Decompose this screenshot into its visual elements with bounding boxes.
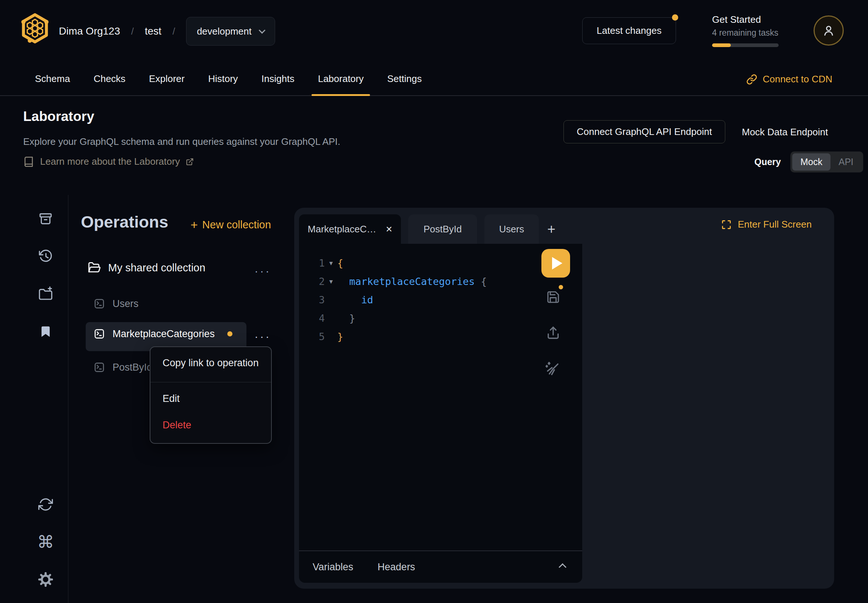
code-line: 2 ▾ marketplaceCategories {	[299, 272, 582, 291]
chevron-down-icon	[258, 27, 265, 34]
get-started-widget[interactable]: Get Started 4 remaining tasks	[712, 14, 778, 47]
operation-context-menu: Copy link to operation Edit Delete	[150, 346, 272, 444]
sidebar-divider	[68, 195, 68, 603]
collection-folder[interactable]: My shared collection	[88, 261, 205, 274]
app-header: Dima Org123 / test / development Latest …	[0, 0, 868, 62]
operation-item-postbyid[interactable]: PostById	[93, 362, 152, 373]
broom-sparkles-icon	[544, 361, 560, 377]
user-avatar[interactable]	[814, 15, 844, 46]
learn-more-label: Learn more about the Laboratory	[40, 156, 180, 167]
query-mode-api[interactable]: API	[831, 153, 861, 171]
link-icon	[746, 74, 757, 85]
new-collection-label: New collection	[202, 219, 271, 231]
tab-checks[interactable]: Checks	[87, 62, 132, 95]
chevron-up-icon[interactable]	[559, 563, 566, 571]
operation-label: Users	[113, 298, 139, 309]
fold-arrow-icon[interactable]: ▾	[325, 277, 337, 285]
fullscreen-button[interactable]: Enter Full Screen	[721, 219, 812, 230]
fullscreen-icon	[721, 220, 732, 230]
new-collection-button[interactable]: + New collection	[190, 218, 271, 232]
operation-menu-button[interactable]: ···	[255, 331, 271, 342]
connect-cdn-link[interactable]: Connect to CDN	[746, 62, 832, 96]
hive-logo-icon[interactable]	[21, 13, 48, 43]
plus-icon: +	[190, 218, 198, 232]
save-icon	[546, 290, 560, 304]
collection-menu-button[interactable]: ···	[255, 266, 271, 277]
line-number: 4	[312, 312, 325, 324]
external-link-icon	[186, 158, 194, 166]
operation-item-users[interactable]: Users	[93, 298, 139, 309]
mock-endpoint-button[interactable]: Mock Data Endpoint	[742, 127, 828, 138]
menu-item-copy-link[interactable]: Copy link to operation	[162, 357, 258, 369]
sidebar-new-collection-button[interactable]	[38, 286, 53, 301]
code-area: 1 ▾ { 2 ▾ marketplaceCategories { 3 id 4	[299, 254, 582, 346]
code-line: 4 }	[299, 309, 582, 327]
refresh-icon	[38, 497, 53, 512]
connect-cdn-label: Connect to CDN	[763, 74, 832, 85]
query-mode-mock[interactable]: Mock	[792, 153, 831, 171]
code-line: 5 }	[299, 327, 582, 346]
code-line: 1 ▾ {	[299, 254, 582, 272]
unsaved-changes-dot	[559, 285, 563, 289]
latest-changes-label: Latest changes	[597, 25, 661, 36]
breadcrumb-separator: /	[131, 26, 134, 37]
tab-history[interactable]: History	[202, 62, 244, 95]
sidebar-schema-button[interactable]	[38, 212, 53, 226]
book-icon	[23, 156, 34, 167]
sidebar-history-button[interactable]	[38, 249, 53, 264]
get-started-subtitle: 4 remaining tasks	[712, 28, 778, 38]
menu-item-delete[interactable]: Delete	[162, 419, 191, 431]
target-selector[interactable]: development	[186, 17, 275, 46]
folder-open-icon	[88, 261, 101, 274]
laboratory-panel: Enter Full Screen MarketplaceC… × PostBy…	[294, 208, 834, 589]
prettify-button[interactable]	[544, 361, 560, 377]
variables-tab[interactable]: Variables	[313, 561, 353, 573]
sidebar-settings-button[interactable]	[38, 572, 53, 587]
editor-tab-users[interactable]: Users	[484, 214, 539, 244]
line-number: 3	[312, 294, 325, 306]
page-title: Laboratory	[23, 109, 94, 124]
save-operation-button[interactable]	[546, 290, 560, 304]
get-started-progress-fill	[712, 43, 731, 47]
menu-item-edit[interactable]: Edit	[162, 393, 180, 404]
sidebar-collections-button[interactable]	[38, 324, 53, 339]
upload-icon	[546, 325, 560, 340]
operation-label: MarketplaceCategories	[113, 328, 215, 340]
tab-explorer[interactable]: Explorer	[143, 62, 191, 95]
close-icon[interactable]: ×	[386, 224, 393, 235]
sidebar-shortcuts-button[interactable]: ⌘	[38, 535, 53, 549]
tab-laboratory[interactable]: Laboratory	[311, 62, 370, 95]
command-icon: ⌘	[37, 535, 54, 549]
main-nav: Schema Checks Explorer History Insights …	[0, 62, 868, 96]
connect-endpoint-label: Connect GraphQL API Endpoint	[577, 126, 712, 138]
query-mode-toggle: Mock API	[791, 152, 863, 172]
breadcrumb-project[interactable]: test	[145, 25, 161, 37]
tab-insights[interactable]: Insights	[255, 62, 301, 95]
history-clock-icon	[38, 249, 53, 264]
editor-tab-postbyid[interactable]: PostById	[408, 214, 477, 244]
editor-tab-marketplacecategories[interactable]: MarketplaceC… ×	[299, 214, 401, 244]
sidebar-refetch-button[interactable]	[38, 497, 53, 512]
fold-arrow-icon[interactable]: ▾	[325, 259, 337, 267]
share-operation-button[interactable]	[546, 325, 560, 340]
line-number: 5	[312, 331, 325, 342]
operation-item-marketplacecategories[interactable]: MarketplaceCategories	[93, 328, 232, 340]
breadcrumb-org[interactable]: Dima Org123	[59, 25, 120, 37]
learn-more-link[interactable]: Learn more about the Laboratory	[23, 156, 194, 167]
operations-title: Operations	[81, 212, 169, 232]
query-editor[interactable]: 1 ▾ { 2 ▾ marketplaceCategories { 3 id 4	[299, 244, 582, 583]
fullscreen-label: Enter Full Screen	[738, 219, 812, 230]
latest-changes-button[interactable]: Latest changes	[582, 17, 676, 44]
tab-settings[interactable]: Settings	[381, 62, 428, 95]
gear-icon	[38, 572, 53, 587]
new-tab-button[interactable]: +	[547, 214, 555, 244]
tab-schema[interactable]: Schema	[29, 62, 76, 95]
bookmark-icon	[39, 325, 53, 339]
run-query-button[interactable]	[542, 249, 570, 278]
headers-tab[interactable]: Headers	[378, 561, 415, 573]
archive-box-icon	[38, 212, 53, 226]
connect-endpoint-button[interactable]: Connect GraphQL API Endpoint	[563, 120, 725, 144]
operation-icon	[93, 298, 105, 309]
code-line: 3 id	[299, 291, 582, 309]
folder-plus-icon	[38, 286, 53, 301]
